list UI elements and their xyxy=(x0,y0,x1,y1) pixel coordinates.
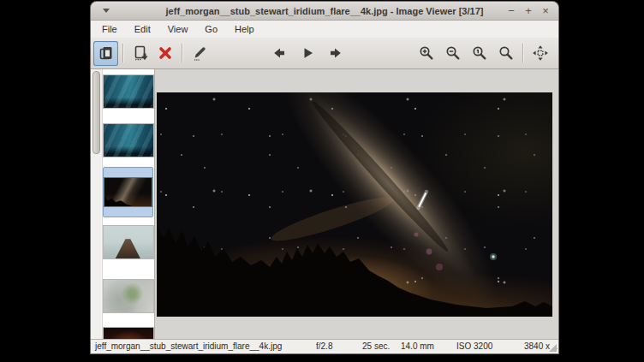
toolbar xyxy=(91,38,558,69)
window-download-icon xyxy=(132,45,149,62)
image-viewer-window: jeff_morgan__stub_stewart_iridium_flare_… xyxy=(91,2,558,353)
previous-image-button[interactable] xyxy=(266,41,291,66)
status-exposure: 25 sec. xyxy=(362,340,390,353)
save-button[interactable] xyxy=(128,41,152,66)
toolbar-separator xyxy=(182,44,182,62)
arrow-right-icon xyxy=(327,45,344,62)
toolbar-separator xyxy=(522,44,523,62)
zoom-out-button[interactable] xyxy=(440,41,465,66)
resize-grip-icon[interactable] xyxy=(549,344,557,352)
slideshow-button[interactable] xyxy=(295,41,319,66)
magnifier-one-icon xyxy=(471,45,488,62)
maximize-button[interactable]: + xyxy=(523,5,534,17)
statusbar: jeff_morgan__stub_stewart_iridium_flare_… xyxy=(91,339,558,353)
edit-button[interactable] xyxy=(187,41,212,66)
thumbnail-frosted-branch[interactable] xyxy=(104,280,153,312)
zoom-original-button[interactable] xyxy=(467,41,492,66)
window-controls: − + × xyxy=(506,2,551,20)
red-x-icon xyxy=(157,45,174,62)
menubar: File Edit View Go Help xyxy=(91,21,558,38)
window-title: jeff_morgan__stub_stewart_iridium_flare_… xyxy=(91,6,558,16)
content-area xyxy=(91,69,558,339)
toolbar-separator xyxy=(122,44,123,62)
thumbnail-red-sunset[interactable] xyxy=(104,328,153,339)
thumbnail-sidebar xyxy=(91,69,155,339)
sidebar-scrollbar[interactable] xyxy=(91,69,103,339)
titlebar[interactable]: jeff_morgan__stub_stewart_iridium_flare_… xyxy=(91,2,558,21)
status-aperture: f/2.8 xyxy=(316,340,332,353)
status-iso: ISO 3200 xyxy=(456,340,492,353)
expand-arrows-icon xyxy=(532,45,549,62)
magnifier-minus-icon xyxy=(444,45,462,62)
menu-view[interactable]: View xyxy=(159,21,197,37)
arrow-left-icon xyxy=(271,45,288,62)
screen: jeff_morgan__stub_stewart_iridium_flare_… xyxy=(0,0,644,362)
thumbnail-milky-way-selected[interactable] xyxy=(103,167,153,217)
navigation-group xyxy=(266,41,348,66)
zoom-in-button[interactable] xyxy=(414,41,438,66)
play-icon xyxy=(299,45,316,62)
zoom-group xyxy=(414,41,518,66)
menu-go[interactable]: Go xyxy=(196,21,226,37)
thumbnail-aurora-1[interactable] xyxy=(104,75,153,108)
window-menu-button[interactable] xyxy=(98,5,114,16)
thumbnail-foggy-pier[interactable] xyxy=(104,226,153,258)
stacked-windows-icon xyxy=(98,45,115,62)
thumbnail-milky-way-image xyxy=(104,178,152,206)
magnifier-plus-icon xyxy=(418,45,435,62)
browse-folder-button[interactable] xyxy=(93,41,118,66)
magnifier-icon xyxy=(498,45,515,62)
chevron-down-icon xyxy=(103,9,110,13)
status-focal-length: 14.0 mm xyxy=(401,340,434,353)
pencil-icon xyxy=(191,45,208,62)
next-image-button[interactable] xyxy=(323,41,348,66)
close-button[interactable]: × xyxy=(540,5,551,17)
menu-edit[interactable]: Edit xyxy=(126,21,159,37)
thumbnail-list xyxy=(103,69,154,339)
menu-help[interactable]: Help xyxy=(226,21,263,37)
scrollbar-thumb[interactable] xyxy=(92,71,100,154)
fullscreen-button[interactable] xyxy=(528,41,552,66)
milky-way-artwork xyxy=(157,92,552,317)
thumbnail-aurora-2[interactable] xyxy=(104,124,153,157)
minimize-button[interactable]: − xyxy=(506,5,516,17)
menu-file[interactable]: File xyxy=(93,21,126,37)
image-viewport xyxy=(155,69,558,339)
status-filename: jeff_morgan__stub_stewart_iridium_flare_… xyxy=(95,340,282,353)
displayed-photo[interactable] xyxy=(157,92,552,317)
delete-button[interactable] xyxy=(152,41,177,66)
zoom-fit-button[interactable] xyxy=(493,41,518,66)
